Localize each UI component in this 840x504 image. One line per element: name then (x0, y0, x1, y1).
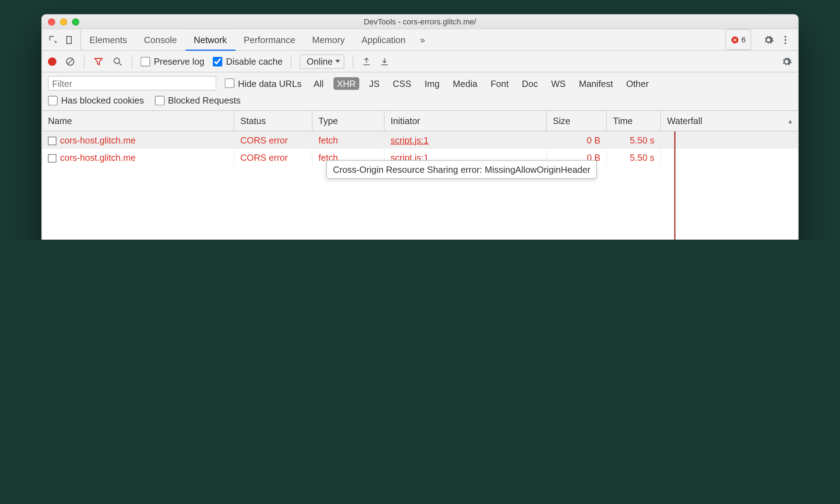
table-row[interactable]: cors-host.glitch.meCORS errorfetchscript… (42, 131, 798, 149)
filter-type-doc[interactable]: Doc (518, 77, 542, 90)
request-time: 5.50 s (630, 152, 654, 163)
error-count: 6 (741, 35, 746, 45)
clear-icon[interactable] (65, 56, 76, 67)
error-icon (731, 35, 739, 44)
zoom-traffic-light[interactable] (72, 18, 79, 25)
svg-point-3 (784, 42, 786, 44)
device-toolbar-icon[interactable] (64, 34, 75, 45)
disable-cache-checkbox[interactable]: Disable cache (213, 56, 283, 66)
tab-application[interactable]: Application (353, 29, 414, 51)
col-type[interactable]: Type (313, 111, 385, 131)
throttling-value: Online (307, 56, 333, 66)
window-title: DevTools - cors-errors.glitch.me/ (42, 17, 798, 27)
cors-error-tooltip: Cross-Origin Resource Sharing error: Mis… (326, 160, 597, 179)
svg-point-5 (114, 58, 119, 63)
sort-indicator-icon: ▲ (787, 117, 793, 124)
has-blocked-cookies-checkbox[interactable]: Has blocked cookies (48, 95, 144, 106)
preserve-log-checkbox[interactable]: Preserve log (141, 56, 205, 66)
request-size: 0 B (587, 135, 600, 145)
blocked-requests-label: Blocked Requests (168, 95, 241, 106)
request-initiator[interactable]: script.js:1 (391, 135, 429, 145)
filter-type-media[interactable]: Media (449, 77, 481, 90)
preserve-log-label: Preserve log (154, 56, 204, 66)
filter-type-other[interactable]: Other (623, 77, 652, 90)
file-icon (48, 137, 57, 145)
settings-gear-icon[interactable] (763, 34, 774, 45)
filter-type-all[interactable]: All (310, 77, 327, 90)
tab-performance[interactable]: Performance (235, 29, 304, 51)
svg-point-1 (784, 36, 786, 37)
disable-cache-label: Disable cache (226, 56, 282, 66)
request-type: fetch (319, 135, 338, 145)
mac-titlebar: DevTools - cors-errors.glitch.me/ (42, 15, 798, 29)
request-status: CORS error (240, 152, 288, 163)
filter-type-img[interactable]: Img (421, 77, 443, 90)
filter-type-js[interactable]: JS (366, 77, 383, 90)
filter-input[interactable] (48, 76, 216, 90)
record-button[interactable] (48, 57, 57, 66)
col-time[interactable]: Time (607, 111, 661, 131)
hide-data-urls-label: Hide data URLs (238, 78, 302, 88)
tab-network[interactable]: Network (185, 29, 235, 51)
network-table: Name Status Type Initiator Size Time Wat… (42, 111, 798, 240)
file-icon (48, 154, 57, 163)
devtools-tab-strip: ElementsConsoleNetworkPerformanceMemoryA… (42, 29, 798, 51)
network-toolbar: Preserve log Disable cache Online (42, 51, 798, 72)
col-initiator[interactable]: Initiator (385, 111, 547, 131)
minimize-traffic-light[interactable] (60, 18, 67, 25)
more-menu-icon[interactable] (780, 34, 791, 45)
network-body[interactable]: cors-host.glitch.meCORS errorfetchscript… (42, 131, 798, 240)
filter-type-ws[interactable]: WS (548, 77, 569, 90)
inspect-element-icon[interactable] (48, 34, 59, 45)
blocked-requests-checkbox[interactable]: Blocked Requests (155, 95, 241, 106)
request-name: cors-host.glitch.me (60, 152, 136, 163)
filter-type-xhr[interactable]: XHR (333, 77, 359, 90)
tab-elements[interactable]: Elements (81, 29, 135, 51)
hide-data-urls-checkbox[interactable]: Hide data URLs (225, 78, 302, 88)
filter-type-css[interactable]: CSS (389, 77, 415, 90)
tab-console[interactable]: Console (135, 29, 185, 51)
traffic-lights (48, 18, 79, 25)
has-blocked-cookies-label: Has blocked cookies (61, 95, 144, 106)
devtools-window: DevTools - cors-errors.glitch.me/ Elemen… (41, 14, 799, 240)
tabs-overflow-button[interactable]: » (414, 29, 431, 51)
col-waterfall[interactable]: Waterfall ▲ (661, 111, 799, 131)
filter-type-manifest[interactable]: Manifest (575, 77, 617, 90)
export-har-icon[interactable] (380, 57, 389, 66)
import-har-icon[interactable] (362, 57, 371, 66)
request-status: CORS error (240, 135, 288, 145)
search-icon[interactable] (112, 56, 123, 67)
close-traffic-light[interactable] (48, 18, 55, 25)
network-settings-gear-icon[interactable] (781, 56, 792, 67)
filter-bar: Hide data URLs AllXHRJSCSSImgMediaFontDo… (42, 72, 798, 111)
waterfall-time-marker (674, 131, 675, 240)
filter-type-font[interactable]: Font (487, 77, 512, 90)
col-size[interactable]: Size (547, 111, 607, 131)
tab-memory[interactable]: Memory (304, 29, 353, 51)
col-name[interactable]: Name (42, 111, 234, 131)
throttling-select[interactable]: Online (300, 54, 344, 69)
filter-icon[interactable] (93, 56, 104, 67)
svg-point-2 (784, 39, 786, 41)
col-status[interactable]: Status (234, 111, 313, 131)
request-time: 5.50 s (630, 135, 654, 145)
error-count-badge[interactable]: 6 (725, 29, 751, 51)
request-name: cors-host.glitch.me (60, 135, 136, 145)
